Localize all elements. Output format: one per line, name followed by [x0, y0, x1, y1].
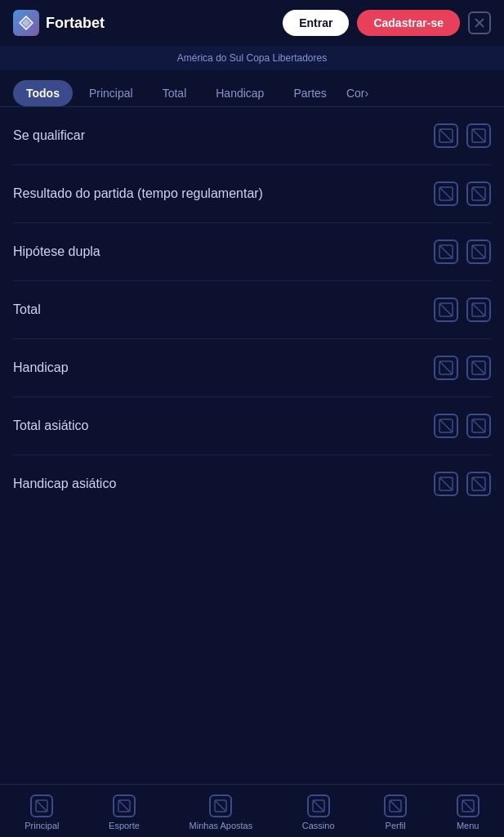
svg-line-19	[472, 303, 485, 316]
item-label-handicap-asiatico: Handicap asiático	[13, 475, 434, 493]
svg-line-43	[462, 800, 474, 812]
list-item: Resultado do partida (tempo regulamentar…	[13, 165, 491, 223]
icon-box-2[interactable]	[466, 123, 491, 148]
svg-line-17	[439, 303, 453, 316]
item-label-hipotese: Hipótese dupla	[13, 243, 434, 261]
minhas-apostas-icon	[209, 794, 232, 817]
item-label-total: Total	[13, 301, 434, 319]
list-item: Hipótese dupla	[13, 223, 491, 281]
nav-item-perfil[interactable]: Perfil	[384, 794, 407, 830]
svg-line-25	[439, 419, 453, 432]
nav-label-menu: Menu	[457, 821, 479, 830]
item-label-total-asiatico: Total asiático	[13, 417, 434, 435]
principal-icon	[30, 794, 53, 817]
logo-text: Fortabet	[46, 15, 105, 32]
icon-box-2[interactable]	[466, 239, 491, 264]
nav-label-minhas-apostas: Minhas Apostas	[190, 821, 253, 830]
svg-line-35	[118, 800, 130, 812]
breadcrumb: América do Sul Copa Libertadores	[0, 46, 504, 70]
icon-box-1[interactable]	[434, 414, 458, 438]
icon-box-1[interactable]	[434, 298, 458, 322]
icon-box-1[interactable]	[434, 472, 458, 496]
nav-label-principal: Principal	[25, 821, 59, 830]
svg-line-15	[472, 245, 485, 258]
item-label-resultado: Resultado do partida (tempo regulamentar…	[13, 185, 434, 203]
icon-box-1[interactable]	[434, 356, 458, 380]
item-icons	[434, 298, 491, 322]
icon-box-1[interactable]	[434, 181, 458, 206]
item-label-se-qualificar: Se qualificar	[13, 127, 434, 145]
svg-line-27	[472, 419, 485, 432]
perfil-icon	[384, 794, 407, 817]
nav-label-perfil: Perfil	[386, 821, 406, 830]
icon-box-1[interactable]	[434, 239, 458, 264]
icon-box-1[interactable]	[434, 123, 458, 148]
cassino-icon	[307, 794, 330, 817]
icon-box-2[interactable]	[466, 181, 491, 206]
item-icons	[434, 472, 491, 496]
list-item: Total	[13, 281, 491, 339]
nav-item-menu[interactable]: Menu	[457, 794, 479, 830]
tab-handicap[interactable]: Handicap	[203, 80, 277, 106]
svg-line-41	[390, 800, 401, 812]
svg-line-11	[472, 187, 485, 200]
menu-icon	[457, 794, 479, 817]
list-item: Handicap asiático	[13, 455, 491, 512]
icon-box-2[interactable]	[466, 472, 491, 496]
svg-line-39	[313, 800, 324, 812]
list-item: Total asiático	[13, 397, 491, 455]
nav-label-cassino: Cassino	[302, 821, 335, 830]
tabs-container: Todos Principal Total Handicap Partes Co…	[0, 70, 504, 107]
nav-item-esporte[interactable]: Esporte	[109, 794, 140, 830]
tab-principal[interactable]: Principal	[76, 80, 146, 106]
header-extra-icon[interactable]	[468, 11, 491, 34]
item-icons	[434, 356, 491, 380]
icon-box-2[interactable]	[466, 298, 491, 322]
svg-line-37	[215, 800, 226, 812]
tab-partes[interactable]: Partes	[280, 80, 339, 106]
item-label-handicap: Handicap	[13, 359, 434, 377]
icon-box-2[interactable]	[466, 414, 491, 438]
icon-box-2[interactable]	[466, 356, 491, 380]
cadastrar-button[interactable]: Cadastrar-se	[357, 10, 460, 36]
bottom-nav: Principal Esporte Minhas Apostas Cassino	[0, 784, 504, 837]
svg-line-9	[439, 187, 453, 200]
nav-item-principal[interactable]: Principal	[25, 794, 59, 830]
logo-icon	[13, 10, 39, 36]
main-content: Se qualificar Resultado do parti	[0, 107, 504, 586]
nav-label-esporte: Esporte	[109, 821, 140, 830]
nav-item-minhas-apostas[interactable]: Minhas Apostas	[190, 794, 253, 830]
tab-todos[interactable]: Todos	[13, 80, 73, 106]
entrar-button[interactable]: Entrar	[283, 10, 349, 36]
item-icons	[434, 181, 491, 206]
svg-line-7	[472, 129, 485, 142]
list-item: Se qualificar	[13, 107, 491, 165]
esporte-icon	[113, 794, 136, 817]
header: Fortabet Entrar Cadastrar-se	[0, 0, 504, 46]
svg-line-21	[439, 361, 453, 374]
svg-line-5	[439, 129, 453, 142]
svg-line-31	[472, 477, 485, 490]
item-icons	[434, 414, 491, 438]
logo-area: Fortabet	[13, 10, 105, 36]
svg-line-33	[36, 800, 47, 812]
item-icons	[434, 123, 491, 148]
svg-line-23	[472, 361, 485, 374]
tab-total[interactable]: Total	[149, 80, 200, 106]
tab-more: Cor›	[343, 80, 372, 106]
list-item: Handicap	[13, 339, 491, 397]
svg-line-13	[439, 245, 453, 258]
svg-line-29	[439, 477, 453, 490]
item-icons	[434, 239, 491, 264]
header-buttons: Entrar Cadastrar-se	[283, 10, 491, 36]
nav-item-cassino[interactable]: Cassino	[302, 794, 335, 830]
list-section: Se qualificar Resultado do parti	[0, 107, 504, 512]
